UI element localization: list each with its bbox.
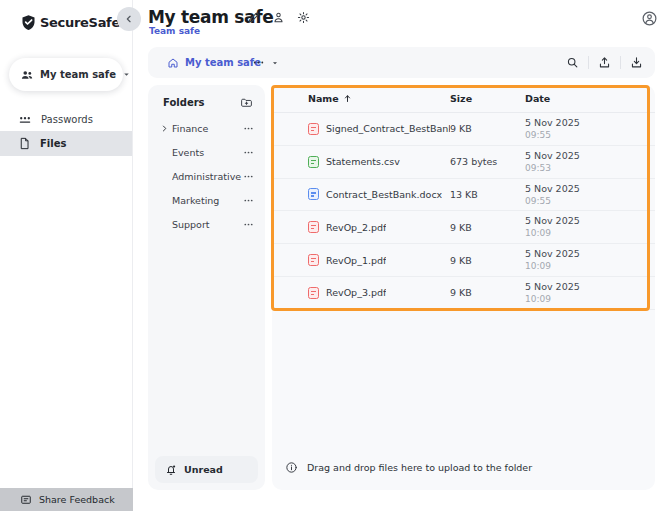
- ellipsis-icon: [243, 195, 254, 206]
- settings-button[interactable]: [297, 11, 310, 24]
- breadcrumb[interactable]: Team safe: [149, 26, 200, 36]
- folder-item[interactable]: Events: [148, 140, 265, 164]
- file-type-icon: [308, 188, 319, 200]
- file-time: 10:09: [525, 294, 655, 305]
- edit-safe-button[interactable]: [247, 11, 260, 24]
- app-logo: SecureSafe: [20, 14, 120, 31]
- person-icon: [272, 11, 285, 24]
- folder-label: Marketing: [172, 195, 243, 206]
- dropzone-hint: Drag and drop files here to upload to th…: [285, 461, 532, 474]
- folder-item[interactable]: Administrative: [148, 164, 265, 188]
- table-row[interactable]: Contract_BestBank.docx 13 KB 5 Nov 2025 …: [272, 179, 655, 212]
- folder-label: Finance: [172, 123, 243, 134]
- message-square-icon: [20, 494, 32, 506]
- account-menu-button[interactable]: [641, 10, 658, 27]
- column-header-size[interactable]: Size: [450, 93, 525, 104]
- file-name: RevOp_3.pdf: [326, 287, 386, 298]
- folder-label: Events: [172, 147, 243, 158]
- file-size: 9 KB: [450, 123, 525, 134]
- table-row[interactable]: RevOp_3.pdf 9 KB 5 Nov 2025 10:09: [272, 277, 655, 310]
- file-date: 5 Nov 2025: [525, 248, 655, 261]
- logo-text: SecureSafe: [40, 15, 120, 30]
- file-name: Statements.csv: [326, 156, 400, 167]
- folder-menu-button[interactable]: [243, 147, 254, 158]
- sidebar-nav: Passwords Files: [0, 108, 132, 156]
- folders-panel: Folders Finance: [148, 85, 265, 490]
- table-row[interactable]: RevOp_1.pdf 9 KB 5 Nov 2025 10:09: [272, 244, 655, 277]
- file-date: 5 Nov 2025: [525, 150, 655, 163]
- ellipsis-icon: [243, 219, 254, 230]
- column-header-date[interactable]: Date: [525, 93, 655, 104]
- bell-dot-icon: [165, 464, 177, 476]
- files-panel: Name Size Date Signed_Contract_BestBank.…: [272, 85, 655, 490]
- column-header-name[interactable]: Name: [308, 93, 450, 104]
- file-time: 10:09: [525, 228, 655, 239]
- pencil-icon: [247, 11, 260, 24]
- ellipsis-icon: [243, 147, 254, 158]
- file-type-icon: [308, 156, 319, 168]
- password-dots-icon: [18, 113, 32, 127]
- file-type-icon: [308, 123, 319, 135]
- file-name: Signed_Contract_BestBank.pdf: [326, 123, 450, 134]
- caret-down-icon: [122, 70, 131, 79]
- chevron-right-icon: [160, 124, 169, 133]
- sidebar-item-passwords[interactable]: Passwords: [0, 108, 132, 131]
- unread-filter-button[interactable]: Unread: [155, 456, 258, 483]
- toolbar-divider: [588, 56, 589, 69]
- file-type-icon: [308, 221, 319, 233]
- unread-label: Unread: [184, 464, 223, 475]
- folder-label: Administrative: [172, 171, 243, 182]
- chevron-left-icon: [124, 14, 134, 24]
- toolbar-actions: [566, 47, 643, 78]
- account-circle-icon: [641, 10, 658, 27]
- safe-actions: [247, 11, 310, 24]
- ellipsis-icon: [252, 56, 265, 69]
- safe-selector[interactable]: My team safe: [9, 58, 123, 91]
- file-date: 5 Nov 2025: [525, 281, 655, 294]
- folder-menu-button[interactable]: [243, 171, 254, 182]
- folder-actions-menu-button[interactable]: [252, 47, 265, 78]
- file-type-icon: [308, 254, 319, 266]
- folder-plus-icon: [240, 96, 253, 109]
- folder-item[interactable]: Finance: [148, 116, 265, 140]
- file-size: 9 KB: [450, 287, 525, 298]
- folder-item[interactable]: Support: [148, 212, 265, 236]
- safe-selector-label: My team safe: [40, 69, 116, 80]
- info-circle-icon: [285, 461, 298, 474]
- folders-header: Folders: [148, 85, 265, 109]
- file-date: 5 Nov 2025: [525, 215, 655, 228]
- table-row[interactable]: RevOp_2.pdf 9 KB 5 Nov 2025 10:09: [272, 211, 655, 244]
- table-row[interactable]: Statements.csv 673 bytes 5 Nov 2025 09:5…: [272, 146, 655, 179]
- sidebar-item-files[interactable]: Files: [0, 131, 132, 156]
- sidebar-item-label: Passwords: [41, 114, 93, 125]
- dropzone-text: Drag and drop files here to upload to th…: [307, 462, 532, 473]
- column-label-name: Name: [308, 93, 339, 104]
- file-date: 5 Nov 2025: [525, 183, 655, 196]
- shield-check-icon: [20, 14, 37, 31]
- sidebar-collapse-button[interactable]: [117, 7, 141, 31]
- people-icon: [20, 68, 34, 82]
- folder-menu-button[interactable]: [243, 195, 254, 206]
- folder-menu-button[interactable]: [243, 123, 254, 134]
- securesafe-app: SecureSafe My team safe Passwords: [0, 0, 670, 511]
- share-feedback-label: Share Feedback: [39, 494, 115, 505]
- members-button[interactable]: [272, 11, 285, 24]
- download-button[interactable]: [630, 56, 643, 69]
- upload-icon: [598, 56, 611, 69]
- search-button[interactable]: [566, 56, 579, 69]
- upload-button[interactable]: [598, 56, 611, 69]
- home-icon: [167, 57, 179, 69]
- folders-title: Folders: [163, 97, 205, 108]
- table-row[interactable]: Signed_Contract_BestBank.pdf 9 KB 5 Nov …: [272, 113, 655, 146]
- file-name: RevOp_2.pdf: [326, 222, 386, 233]
- file-time: 09:55: [525, 130, 655, 141]
- new-folder-button[interactable]: [240, 96, 253, 109]
- folder-menu-button[interactable]: [243, 219, 254, 230]
- sidebar-item-label: Files: [40, 138, 66, 149]
- file-size: 673 bytes: [450, 156, 525, 167]
- share-feedback-button[interactable]: Share Feedback: [0, 488, 133, 511]
- file-size: 9 KB: [450, 255, 525, 266]
- location-label: My team safe: [185, 57, 261, 68]
- folder-item[interactable]: Marketing: [148, 188, 265, 212]
- ellipsis-icon: [243, 171, 254, 182]
